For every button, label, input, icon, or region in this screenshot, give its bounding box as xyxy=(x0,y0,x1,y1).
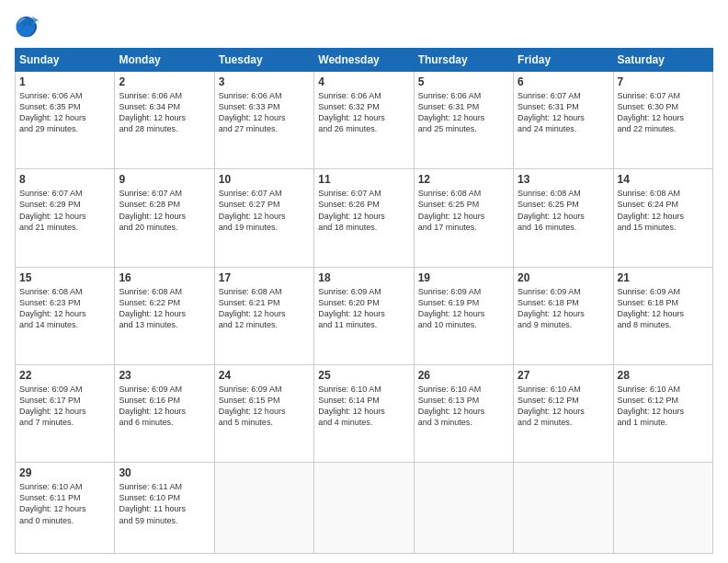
calendar-cell: 30Sunrise: 6:11 AMSunset: 6:10 PMDayligh… xyxy=(115,463,214,554)
day-number: 25 xyxy=(318,369,409,382)
day-number: 28 xyxy=(618,369,709,382)
cell-info: Sunrise: 6:09 AMSunset: 6:20 PMDaylight:… xyxy=(318,286,409,331)
cell-info: Sunrise: 6:09 AMSunset: 6:17 PMDaylight:… xyxy=(19,384,110,429)
day-number: 2 xyxy=(119,75,210,88)
cell-info: Sunrise: 6:08 AMSunset: 6:24 PMDaylight:… xyxy=(618,188,709,233)
calendar-cell: 3Sunrise: 6:06 AMSunset: 6:33 PMDaylight… xyxy=(214,72,313,169)
calendar-weekday-wednesday: Wednesday xyxy=(314,49,414,72)
cell-info: Sunrise: 6:07 AMSunset: 6:31 PMDaylight:… xyxy=(518,90,609,135)
day-number: 7 xyxy=(618,75,709,88)
day-number: 18 xyxy=(318,271,409,284)
calendar-cell: 26Sunrise: 6:10 AMSunset: 6:13 PMDayligh… xyxy=(414,364,513,462)
cell-info: Sunrise: 6:07 AMSunset: 6:28 PMDaylight:… xyxy=(119,188,210,233)
cell-info: Sunrise: 6:09 AMSunset: 6:15 PMDaylight:… xyxy=(219,384,310,429)
calendar-cell: 28Sunrise: 6:10 AMSunset: 6:12 PMDayligh… xyxy=(613,364,712,462)
calendar-cell: 25Sunrise: 6:10 AMSunset: 6:14 PMDayligh… xyxy=(314,364,414,462)
calendar-cell: 19Sunrise: 6:09 AMSunset: 6:19 PMDayligh… xyxy=(414,267,513,364)
cell-info: Sunrise: 6:08 AMSunset: 6:25 PMDaylight:… xyxy=(518,188,609,233)
calendar-week-4: 22Sunrise: 6:09 AMSunset: 6:17 PMDayligh… xyxy=(16,364,713,462)
calendar-cell: 27Sunrise: 6:10 AMSunset: 6:12 PMDayligh… xyxy=(514,364,613,462)
cell-info: Sunrise: 6:06 AMSunset: 6:32 PMDaylight:… xyxy=(318,90,409,135)
cell-info: Sunrise: 6:08 AMSunset: 6:23 PMDaylight:… xyxy=(19,286,110,331)
day-number: 1 xyxy=(19,75,110,88)
logo: 🔵 xyxy=(15,15,44,40)
calendar-week-2: 8Sunrise: 6:07 AMSunset: 6:29 PMDaylight… xyxy=(16,169,713,267)
calendar-cell: 8Sunrise: 6:07 AMSunset: 6:29 PMDaylight… xyxy=(16,169,115,267)
day-number: 27 xyxy=(518,369,609,382)
day-number: 21 xyxy=(618,271,709,284)
cell-info: Sunrise: 6:10 AMSunset: 6:11 PMDaylight:… xyxy=(19,481,110,526)
calendar-cell: 23Sunrise: 6:09 AMSunset: 6:16 PMDayligh… xyxy=(115,364,214,462)
calendar-cell: 15Sunrise: 6:08 AMSunset: 6:23 PMDayligh… xyxy=(16,267,115,364)
cell-info: Sunrise: 6:06 AMSunset: 6:35 PMDaylight:… xyxy=(19,90,110,135)
day-number: 20 xyxy=(518,271,609,284)
day-number: 11 xyxy=(318,173,409,186)
calendar-cell xyxy=(214,463,313,554)
calendar-cell: 10Sunrise: 6:07 AMSunset: 6:27 PMDayligh… xyxy=(214,169,313,267)
day-number: 4 xyxy=(318,75,409,88)
cell-info: Sunrise: 6:06 AMSunset: 6:33 PMDaylight:… xyxy=(219,90,310,135)
calendar-cell: 4Sunrise: 6:06 AMSunset: 6:32 PMDaylight… xyxy=(314,72,414,169)
cell-info: Sunrise: 6:10 AMSunset: 6:12 PMDaylight:… xyxy=(518,384,609,429)
calendar-cell: 29Sunrise: 6:10 AMSunset: 6:11 PMDayligh… xyxy=(16,463,115,554)
day-number: 14 xyxy=(618,173,709,186)
cell-info: Sunrise: 6:09 AMSunset: 6:19 PMDaylight:… xyxy=(418,286,509,331)
calendar-cell: 13Sunrise: 6:08 AMSunset: 6:25 PMDayligh… xyxy=(514,169,613,267)
calendar-cell: 2Sunrise: 6:06 AMSunset: 6:34 PMDaylight… xyxy=(115,72,214,169)
cell-info: Sunrise: 6:09 AMSunset: 6:16 PMDaylight:… xyxy=(119,384,210,429)
day-number: 3 xyxy=(219,75,310,88)
cell-info: Sunrise: 6:07 AMSunset: 6:26 PMDaylight:… xyxy=(318,188,409,233)
calendar-weekday-thursday: Thursday xyxy=(414,49,513,72)
calendar-cell: 18Sunrise: 6:09 AMSunset: 6:20 PMDayligh… xyxy=(314,267,414,364)
calendar-table: SundayMondayTuesdayWednesdayThursdayFrid… xyxy=(15,48,713,554)
cell-info: Sunrise: 6:08 AMSunset: 6:22 PMDaylight:… xyxy=(119,286,210,331)
calendar-cell: 16Sunrise: 6:08 AMSunset: 6:22 PMDayligh… xyxy=(115,267,214,364)
day-number: 26 xyxy=(418,369,509,382)
cell-info: Sunrise: 6:10 AMSunset: 6:12 PMDaylight:… xyxy=(618,384,709,429)
day-number: 16 xyxy=(119,271,210,284)
calendar-cell: 9Sunrise: 6:07 AMSunset: 6:28 PMDaylight… xyxy=(115,169,214,267)
day-number: 29 xyxy=(19,466,110,479)
calendar-cell: 20Sunrise: 6:09 AMSunset: 6:18 PMDayligh… xyxy=(514,267,613,364)
cell-info: Sunrise: 6:08 AMSunset: 6:25 PMDaylight:… xyxy=(418,188,509,233)
calendar-cell xyxy=(613,463,712,554)
day-number: 6 xyxy=(518,75,609,88)
calendar-cell: 22Sunrise: 6:09 AMSunset: 6:17 PMDayligh… xyxy=(16,364,115,462)
day-number: 30 xyxy=(119,466,210,479)
calendar-body: 1Sunrise: 6:06 AMSunset: 6:35 PMDaylight… xyxy=(16,72,713,554)
calendar-header-row: SundayMondayTuesdayWednesdayThursdayFrid… xyxy=(16,49,713,72)
calendar-cell: 14Sunrise: 6:08 AMSunset: 6:24 PMDayligh… xyxy=(613,169,712,267)
calendar-weekday-tuesday: Tuesday xyxy=(214,49,313,72)
cell-info: Sunrise: 6:09 AMSunset: 6:18 PMDaylight:… xyxy=(518,286,609,331)
calendar-weekday-sunday: Sunday xyxy=(16,49,115,72)
calendar-cell: 6Sunrise: 6:07 AMSunset: 6:31 PMDaylight… xyxy=(514,72,613,169)
cell-info: Sunrise: 6:10 AMSunset: 6:14 PMDaylight:… xyxy=(318,384,409,429)
cell-info: Sunrise: 6:08 AMSunset: 6:21 PMDaylight:… xyxy=(219,286,310,331)
calendar-week-5: 29Sunrise: 6:10 AMSunset: 6:11 PMDayligh… xyxy=(16,463,713,554)
day-number: 15 xyxy=(19,271,110,284)
calendar-cell: 7Sunrise: 6:07 AMSunset: 6:30 PMDaylight… xyxy=(613,72,712,169)
cell-info: Sunrise: 6:07 AMSunset: 6:29 PMDaylight:… xyxy=(19,188,110,233)
calendar-week-3: 15Sunrise: 6:08 AMSunset: 6:23 PMDayligh… xyxy=(16,267,713,364)
calendar-cell: 12Sunrise: 6:08 AMSunset: 6:25 PMDayligh… xyxy=(414,169,513,267)
day-number: 19 xyxy=(418,271,509,284)
calendar-weekday-friday: Friday xyxy=(514,49,613,72)
cell-info: Sunrise: 6:07 AMSunset: 6:30 PMDaylight:… xyxy=(618,90,709,135)
day-number: 5 xyxy=(418,75,509,88)
page-header: 🔵 xyxy=(15,15,713,40)
calendar-cell xyxy=(414,463,513,554)
calendar-cell xyxy=(514,463,613,554)
calendar-week-1: 1Sunrise: 6:06 AMSunset: 6:35 PMDaylight… xyxy=(16,72,713,169)
day-number: 10 xyxy=(219,173,310,186)
cell-info: Sunrise: 6:07 AMSunset: 6:27 PMDaylight:… xyxy=(219,188,310,233)
cell-info: Sunrise: 6:06 AMSunset: 6:34 PMDaylight:… xyxy=(119,90,210,135)
day-number: 23 xyxy=(119,369,210,382)
calendar-cell: 21Sunrise: 6:09 AMSunset: 6:18 PMDayligh… xyxy=(613,267,712,364)
day-number: 24 xyxy=(219,369,310,382)
day-number: 22 xyxy=(19,369,110,382)
calendar-cell: 11Sunrise: 6:07 AMSunset: 6:26 PMDayligh… xyxy=(314,169,414,267)
calendar-weekday-saturday: Saturday xyxy=(613,49,712,72)
calendar-cell: 1Sunrise: 6:06 AMSunset: 6:35 PMDaylight… xyxy=(16,72,115,169)
day-number: 13 xyxy=(518,173,609,186)
calendar-cell: 24Sunrise: 6:09 AMSunset: 6:15 PMDayligh… xyxy=(214,364,313,462)
